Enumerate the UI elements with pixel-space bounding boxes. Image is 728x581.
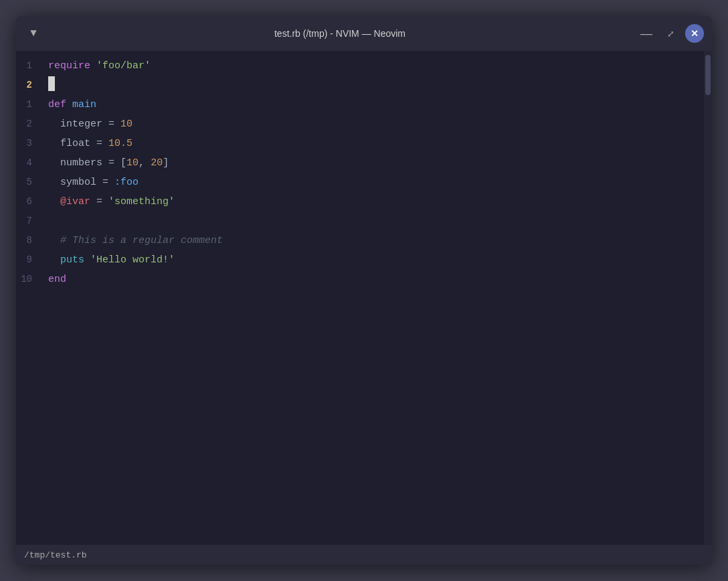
line-content-b3: float = 10.5 bbox=[43, 135, 132, 153]
code-line-b7: 7 bbox=[16, 212, 704, 231]
line-number-b8: 8 bbox=[16, 231, 43, 250]
window-title: test.rb (/tmp) - NVIM — Neovim bbox=[43, 28, 637, 39]
scrollbar-thumb[interactable] bbox=[705, 55, 711, 95]
editor-area: 1 require 'foo/bar' 2 1 def main 2 integ… bbox=[16, 51, 712, 545]
menu-icon[interactable]: ▼ bbox=[24, 24, 43, 43]
titlebar-controls: — ⤢ ✕ bbox=[637, 24, 704, 43]
line-content-b9: puts 'Hello world!' bbox=[43, 251, 175, 270]
line-content-b7 bbox=[43, 212, 54, 231]
code-line-b2: 2 integer = 10 bbox=[16, 114, 704, 134]
minimize-button[interactable]: — bbox=[637, 24, 656, 43]
code-line-b5: 5 symbol = :foo bbox=[16, 173, 704, 192]
code-line-b4: 4 numbers = [10, 20] bbox=[16, 153, 704, 173]
code-editor[interactable]: 1 require 'foo/bar' 2 1 def main 2 integ… bbox=[16, 51, 704, 545]
statusbar-path: /tmp/test.rb bbox=[24, 550, 87, 560]
titlebar-left: ▼ bbox=[24, 24, 43, 43]
close-button[interactable]: ✕ bbox=[685, 24, 704, 43]
code-line-b3: 3 float = 10.5 bbox=[16, 134, 704, 153]
line-content-2 bbox=[43, 76, 55, 95]
line-number-b4: 4 bbox=[16, 153, 43, 172]
line-number-b5: 5 bbox=[16, 173, 43, 191]
code-line-b8: 8 # This is a regular comment bbox=[16, 231, 704, 250]
code-line-2: 2 bbox=[16, 76, 704, 95]
line-content-b8: # This is a regular comment bbox=[43, 232, 223, 250]
code-line-b10: 10 end bbox=[16, 270, 704, 289]
line-number-2: 2 bbox=[16, 76, 43, 94]
line-number-b2: 2 bbox=[16, 114, 43, 133]
line-content-b6: @ivar = 'something' bbox=[43, 193, 175, 212]
maximize-button[interactable]: ⤢ bbox=[661, 24, 680, 43]
code-line-1: 1 require 'foo/bar' bbox=[16, 56, 704, 76]
line-number-b7: 7 bbox=[16, 212, 43, 230]
line-number-b3: 3 bbox=[16, 134, 43, 153]
line-content-b10: end bbox=[43, 270, 66, 289]
titlebar: ▼ test.rb (/tmp) - NVIM — Neovim — ⤢ ✕ bbox=[16, 16, 712, 51]
scrollbar[interactable] bbox=[704, 51, 712, 545]
line-content-b4: numbers = [10, 20] bbox=[43, 154, 169, 173]
code-line-b6: 6 @ivar = 'something' bbox=[16, 192, 704, 212]
code-line-b9: 9 puts 'Hello world!' bbox=[16, 250, 704, 270]
line-content-1: require 'foo/bar' bbox=[43, 57, 151, 76]
code-line-b1: 1 def main bbox=[16, 95, 704, 114]
neovim-window: ▼ test.rb (/tmp) - NVIM — Neovim — ⤢ ✕ 1… bbox=[16, 16, 712, 565]
line-number-b1: 1 bbox=[16, 95, 43, 114]
text-cursor bbox=[48, 76, 55, 91]
line-number-b9: 9 bbox=[16, 250, 43, 269]
statusbar: /tmp/test.rb bbox=[16, 545, 712, 565]
line-content-b5: symbol = :foo bbox=[43, 173, 139, 192]
line-content-b1: def main bbox=[43, 96, 96, 114]
line-content-b2: integer = 10 bbox=[43, 115, 132, 134]
line-number-1: 1 bbox=[16, 56, 43, 75]
line-number-b6: 6 bbox=[16, 192, 43, 211]
line-number-b10: 10 bbox=[16, 270, 43, 288]
